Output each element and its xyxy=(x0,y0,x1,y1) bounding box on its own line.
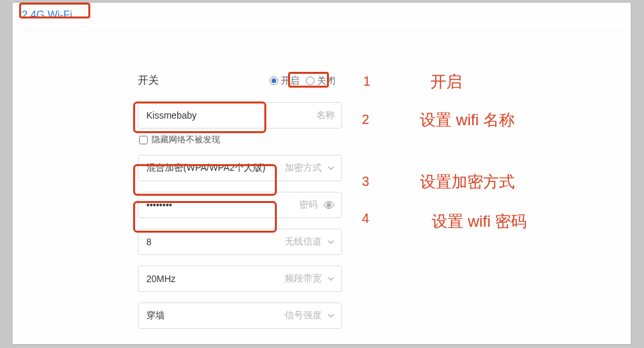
page-frame: 2.4G Wi-Fi 开关 开启 关闭 名称 隐藏网络不被发现 混合加密(WPA… xyxy=(12,2,631,345)
switch-label: 开关 xyxy=(138,74,159,88)
hide-network-row[interactable]: 隐藏网络不被发现 xyxy=(139,134,342,146)
annotation-text-4: 设置 wifi 密码 xyxy=(432,211,527,232)
bandwidth-field[interactable]: 20MHz 频段带宽 xyxy=(138,266,342,292)
encryption-caption: 加密方式 xyxy=(285,162,322,174)
ssid-field[interactable]: 名称 xyxy=(138,102,342,129)
annotation-text-3: 设置加密方式 xyxy=(420,171,515,192)
switch-row: 开关 开启 关闭 xyxy=(138,74,342,88)
chevron-down-icon xyxy=(327,238,335,246)
ssid-caption: 名称 xyxy=(316,109,335,121)
encryption-value: 混合加密(WPA/WPA2个人版) xyxy=(146,162,279,174)
radio-on-label: 开启 xyxy=(281,75,299,87)
chevron-down-icon xyxy=(327,164,335,172)
hide-network-label: 隐藏网络不被发现 xyxy=(152,134,220,146)
svg-point-0 xyxy=(328,204,330,206)
channel-value: 8 xyxy=(146,237,279,247)
radio-off[interactable] xyxy=(306,76,314,85)
chevron-down-icon xyxy=(327,312,335,320)
tab-bar: 2.4G Wi-Fi xyxy=(13,3,631,32)
chevron-down-icon xyxy=(327,275,335,283)
annotation-number-3: 3 xyxy=(362,174,369,189)
hide-network-checkbox[interactable] xyxy=(139,136,148,144)
tab-24g-wifi[interactable]: 2.4G Wi-Fi xyxy=(22,9,72,21)
annotation-text-1: 开启 xyxy=(430,71,462,92)
radio-off-label: 关闭 xyxy=(317,75,336,87)
signal-caption: 信号强度 xyxy=(285,310,322,322)
password-caption: 密码 xyxy=(299,199,318,211)
bandwidth-caption: 频段带宽 xyxy=(285,273,322,285)
password-field[interactable]: 密码 xyxy=(138,192,342,218)
eye-icon[interactable] xyxy=(323,199,335,211)
wifi-form: 开关 开启 关闭 名称 隐藏网络不被发现 混合加密(WPA/WPA2个人版) 加… xyxy=(138,74,342,339)
annotation-number-2: 2 xyxy=(362,112,369,127)
channel-field[interactable]: 8 无线信道 xyxy=(138,229,342,255)
bandwidth-value: 20MHz xyxy=(146,274,279,284)
channel-caption: 无线信道 xyxy=(285,236,322,248)
radio-on[interactable] xyxy=(270,76,278,85)
ssid-input[interactable] xyxy=(146,110,311,121)
annotation-number-4: 4 xyxy=(362,211,369,226)
signal-value: 穿墙 xyxy=(146,310,279,322)
password-input[interactable] xyxy=(146,200,294,210)
annotation-number-1: 1 xyxy=(363,74,370,89)
encryption-field[interactable]: 混合加密(WPA/WPA2个人版) 加密方式 xyxy=(138,155,342,181)
annotation-text-2: 设置 wifi 名称 xyxy=(420,109,515,130)
signal-field[interactable]: 穿墙 信号强度 xyxy=(138,303,342,329)
tab-divider xyxy=(20,32,623,32)
